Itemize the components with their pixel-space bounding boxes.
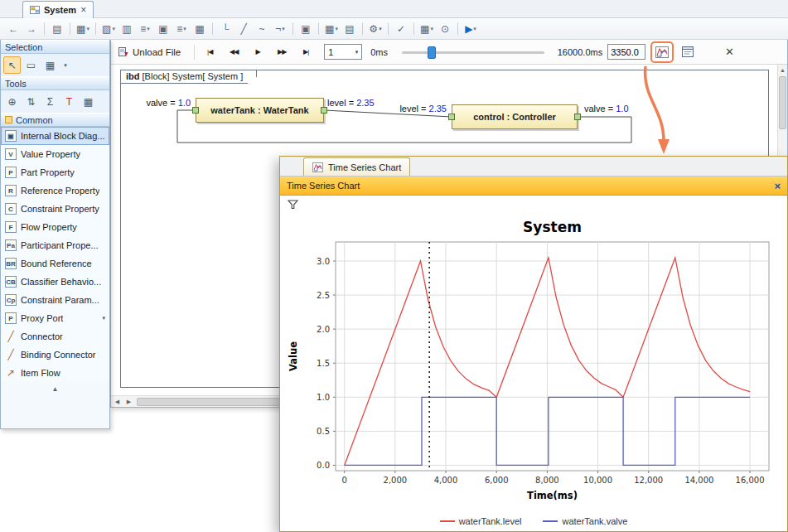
containment-tree-icon[interactable]: ▤ — [49, 21, 65, 37]
controller-level-value-label[interactable]: level = 2.35 — [383, 104, 447, 114]
open-time-series-chart-button[interactable] — [652, 43, 672, 61]
table-tool-icon[interactable]: ▦ — [80, 93, 97, 110]
chart-icon — [312, 162, 323, 172]
slider-track[interactable] — [402, 51, 544, 54]
tab-time-series-chart[interactable]: Time Series Chart — [303, 157, 410, 176]
forward-icon[interactable]: → — [23, 21, 40, 37]
tab-system[interactable]: System × — [22, 1, 94, 18]
note-icon[interactable]: ▤ — [341, 21, 358, 37]
time-slider[interactable] — [402, 45, 544, 60]
show-dependencies-icon[interactable]: ≡ ▾ — [137, 21, 153, 37]
scroll-right-icon[interactable]: ▶ — [123, 397, 134, 407]
application-window: System × ← → ▤ — [0, 0, 788, 532]
palette-collapse-button[interactable]: ▲ — [1, 382, 109, 395]
path-options-icon[interactable]: ¬ ▾ — [272, 21, 288, 37]
sticky-tool-icon[interactable]: ⊕ — [3, 93, 21, 110]
trigger-select[interactable]: 1 ▾ — [324, 44, 362, 60]
watertank-level-value-label[interactable]: level = 2.35 — [327, 98, 375, 108]
validation-icon[interactable]: ✓ — [393, 21, 409, 37]
related-elements-icon[interactable]: ▦ ▾ — [75, 21, 91, 37]
compartments-icon[interactable]: ▥ — [118, 21, 135, 37]
watertank-block[interactable]: waterTank : WaterTank — [196, 98, 324, 123]
watertank-valve-value-label[interactable]: valve = 1.0 — [126, 98, 191, 108]
palette-item-icon: V — [5, 148, 17, 160]
legend-swatch-level — [440, 520, 455, 522]
unload-file-button[interactable]: Unload File — [118, 46, 181, 57]
legend-icon[interactable]: ▣ — [155, 21, 172, 37]
controller-valve-value-label[interactable]: valve = 1.0 — [584, 104, 629, 114]
controller-output-port[interactable] — [574, 114, 581, 120]
step-to-start-button[interactable]: |◀ — [200, 44, 220, 60]
create-diagram-icon[interactable]: ▧ ▾ — [100, 21, 117, 37]
palette-item-reference-property[interactable]: R Reference Property — [1, 181, 109, 200]
run-simulation-icon[interactable]: ▶ ▾ — [462, 21, 479, 37]
palette-item-binding-connector[interactable]: ╱ Binding Connector — [1, 346, 109, 364]
transport-glyph: ▶▶ — [278, 48, 286, 56]
chevron-down-icon: ▾ — [379, 26, 382, 32]
toolbar-button-glyph: ▦ — [195, 23, 204, 35]
tools-section-header[interactable]: Tools — [1, 76, 109, 90]
fast-forward-button[interactable]: ▶▶ — [272, 44, 292, 60]
palette-item-classifier-behavior[interactable]: CB Classifier Behavio... — [1, 273, 109, 291]
scroll-up-icon[interactable]: ▲ — [778, 65, 787, 75]
diagram-frame-label[interactable]: ibd [Block] System[ System ] — [120, 70, 257, 84]
selection-dropdown-icon[interactable]: ▾ — [60, 56, 70, 74]
palette-item-item-flow[interactable]: ↗ Item Flow — [1, 364, 109, 382]
step-to-end-button[interactable]: ▶| — [296, 44, 316, 60]
palette-item-icon: C — [5, 203, 17, 215]
palette-item-internal-block-diagram[interactable]: ▣ Internal Block Diag... — [1, 127, 109, 145]
pointer-tool-icon[interactable]: ↖ — [3, 56, 21, 74]
text-tool-icon[interactable]: T — [60, 93, 78, 110]
watertank-output-port[interactable] — [321, 107, 327, 114]
oblique-path-icon[interactable]: ╱ — [235, 21, 252, 37]
simulation-console-button[interactable] — [679, 43, 697, 61]
back-icon[interactable]: ← — [5, 21, 22, 37]
toolbar-button — [362, 22, 363, 35]
structure-tool-icon[interactable]: ⇅ — [22, 93, 40, 110]
main-toolbar: ← → ▤ ▦ ▾ — [0, 18, 788, 40]
table-icon[interactable]: ▦ ▾ — [418, 21, 435, 37]
image-shape-icon[interactable]: ▦ ▾ — [323, 21, 340, 37]
grid-icon[interactable]: ▦ — [191, 21, 208, 37]
align-shapes-icon[interactable]: ≡ ▾ — [173, 21, 190, 37]
browse-tool-icon[interactable]: ▦ — [41, 56, 59, 74]
close-simulation-toolbar-button[interactable]: ✕ — [725, 46, 734, 58]
palette-item-part-property[interactable]: P Part Property — [1, 163, 109, 181]
marquee-tool-icon[interactable]: ▭ — [22, 56, 40, 74]
palette-item-value-property[interactable]: V Value Property — [1, 145, 109, 163]
rewind-button[interactable]: ◀◀ — [224, 44, 244, 60]
vertical-scrollbar-thumb[interactable] — [779, 76, 786, 129]
scroll-left-icon[interactable]: ◀ — [112, 397, 123, 407]
close-chart-window-button[interactable]: × — [774, 180, 781, 192]
palette-item-proxy-port[interactable]: P Proxy Port ▾ — [1, 309, 109, 327]
palette-item-bound-reference[interactable]: BR Bound Reference — [1, 254, 109, 273]
palette-item-connector[interactable]: ╱ Connector — [1, 327, 109, 346]
palette-item-icon: ▣ — [5, 130, 17, 142]
palette-item-participant-property[interactable]: Pa Participant Prope... — [1, 236, 109, 254]
selection-section-header[interactable]: Selection — [1, 40, 109, 54]
sum-tool-icon[interactable]: Σ — [41, 93, 59, 110]
tab-close-icon[interactable]: × — [80, 5, 86, 15]
zoom-icon[interactable]: ⊙ — [437, 21, 453, 37]
palette-item-constraint-property[interactable]: C Constraint Property — [1, 200, 109, 218]
palette-item-constraint-parameter[interactable]: Cp Constraint Param... — [1, 291, 109, 309]
controller-input-port[interactable] — [448, 114, 455, 120]
palette-item-flow-property[interactable]: F Flow Property — [1, 218, 109, 236]
simulation-toolbar: Unload File |◀ ◀◀ ▶ — [111, 40, 787, 65]
common-section-header[interactable]: Common — [1, 113, 109, 127]
curved-path-icon[interactable]: ~ — [254, 21, 270, 37]
palette-item-label: Part Property — [21, 167, 75, 177]
legend-label-valve: waterTank.valve — [562, 516, 627, 526]
transport-controls: |◀ ◀◀ ▶ ▶▶ ▶| — [200, 44, 316, 60]
watertank-input-port[interactable] — [192, 107, 199, 114]
paste-icon[interactable]: ▣ — [297, 21, 314, 37]
controller-block[interactable]: control : Controller — [452, 104, 578, 129]
settings-icon[interactable]: ⚙ ▾ — [367, 21, 384, 37]
tool-glyph: ▭ — [27, 60, 36, 71]
time-input[interactable] — [607, 44, 645, 60]
filter-icon[interactable] — [288, 200, 298, 210]
time-slider-handle[interactable] — [428, 46, 436, 59]
play-button[interactable]: ▶ — [248, 44, 268, 60]
rectilinear-path-icon[interactable]: └ — [217, 21, 234, 37]
document-tab-bar: System × — [0, 0, 788, 18]
